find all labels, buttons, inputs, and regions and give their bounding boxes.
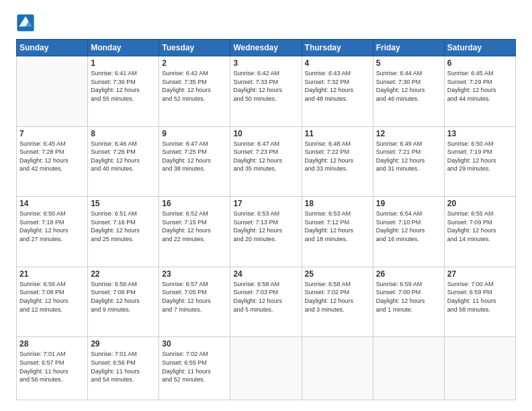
day-number: 12 [376, 129, 441, 138]
logo-icon [16, 13, 35, 32]
day-info: Sunrise: 6:46 AM Sunset: 7:26 PM Dayligh… [91, 140, 156, 173]
day-info: Sunrise: 7:00 AM Sunset: 6:59 PM Dayligh… [447, 280, 513, 314]
day-info: Sunrise: 7:01 AM Sunset: 6:57 PM Dayligh… [19, 350, 85, 383]
day-number: 26 [376, 269, 441, 279]
column-header-friday: Friday [373, 40, 444, 56]
calendar-cell: 16Sunrise: 6:52 AM Sunset: 7:15 PM Dayli… [159, 197, 230, 267]
column-header-saturday: Saturday [444, 40, 515, 56]
day-number: 3 [233, 58, 298, 68]
calendar-cell: 24Sunrise: 6:58 AM Sunset: 7:03 PM Dayli… [230, 267, 302, 337]
calendar-cell: 26Sunrise: 6:59 AM Sunset: 7:00 PM Dayli… [373, 267, 444, 337]
day-number: 30 [162, 339, 227, 349]
day-info: Sunrise: 6:44 AM Sunset: 7:30 PM Dayligh… [376, 69, 441, 103]
day-number: 28 [19, 339, 85, 349]
day-number: 27 [447, 269, 513, 279]
calendar-cell: 10Sunrise: 6:47 AM Sunset: 7:23 PM Dayli… [230, 126, 302, 197]
calendar-week-3: 14Sunrise: 6:50 AM Sunset: 7:18 PM Dayli… [17, 197, 516, 267]
day-number: 19 [376, 199, 441, 208]
calendar-cell: 18Sunrise: 6:53 AM Sunset: 7:12 PM Dayli… [302, 197, 373, 267]
calendar-cell: 23Sunrise: 6:57 AM Sunset: 7:05 PM Dayli… [159, 267, 230, 337]
calendar-week-2: 7Sunrise: 6:45 AM Sunset: 7:28 PM Daylig… [17, 126, 516, 197]
day-number: 23 [162, 269, 227, 279]
day-number: 13 [447, 129, 513, 138]
calendar-cell [302, 337, 373, 400]
day-info: Sunrise: 7:02 AM Sunset: 6:55 PM Dayligh… [162, 350, 227, 383]
day-number: 7 [19, 129, 85, 138]
day-info: Sunrise: 6:48 AM Sunset: 7:22 PM Dayligh… [305, 140, 370, 173]
day-info: Sunrise: 6:41 AM Sunset: 7:36 PM Dayligh… [91, 69, 156, 103]
calendar-cell: 25Sunrise: 6:58 AM Sunset: 7:02 PM Dayli… [302, 267, 373, 337]
day-number: 1 [91, 58, 156, 68]
page: SundayMondayTuesdayWednesdayThursdayFrid… [0, 0, 532, 411]
calendar-cell: 30Sunrise: 7:02 AM Sunset: 6:55 PM Dayli… [159, 337, 230, 400]
day-info: Sunrise: 6:52 AM Sunset: 7:15 PM Dayligh… [162, 210, 227, 243]
calendar-cell: 8Sunrise: 6:46 AM Sunset: 7:26 PM Daylig… [88, 126, 159, 197]
calendar-cell [444, 337, 515, 400]
calendar-week-5: 28Sunrise: 7:01 AM Sunset: 6:57 PM Dayli… [17, 337, 516, 400]
calendar-cell: 28Sunrise: 7:01 AM Sunset: 6:57 PM Dayli… [17, 337, 88, 400]
day-number: 14 [19, 199, 85, 208]
day-info: Sunrise: 6:42 AM Sunset: 7:35 PM Dayligh… [162, 69, 227, 103]
calendar-cell: 6Sunrise: 6:45 AM Sunset: 7:29 PM Daylig… [444, 56, 515, 127]
day-info: Sunrise: 6:47 AM Sunset: 7:23 PM Dayligh… [233, 140, 298, 173]
calendar-header-row: SundayMondayTuesdayWednesdayThursdayFrid… [17, 40, 516, 56]
day-number: 11 [305, 129, 370, 138]
calendar-cell [230, 337, 302, 400]
calendar-cell: 27Sunrise: 7:00 AM Sunset: 6:59 PM Dayli… [444, 267, 515, 337]
header [16, 13, 516, 32]
day-info: Sunrise: 6:53 AM Sunset: 7:13 PM Dayligh… [233, 210, 298, 243]
calendar-table: SundayMondayTuesdayWednesdayThursdayFrid… [16, 39, 516, 400]
calendar-cell: 14Sunrise: 6:50 AM Sunset: 7:18 PM Dayli… [17, 197, 88, 267]
column-header-sunday: Sunday [17, 40, 88, 56]
day-number: 24 [233, 269, 298, 279]
day-info: Sunrise: 6:53 AM Sunset: 7:12 PM Dayligh… [305, 210, 370, 243]
day-info: Sunrise: 6:59 AM Sunset: 7:00 PM Dayligh… [376, 280, 441, 314]
day-info: Sunrise: 6:55 AM Sunset: 7:09 PM Dayligh… [447, 210, 513, 243]
day-info: Sunrise: 6:42 AM Sunset: 7:33 PM Dayligh… [233, 69, 298, 103]
day-info: Sunrise: 6:56 AM Sunset: 7:08 PM Dayligh… [19, 280, 85, 314]
calendar-cell [373, 337, 444, 400]
calendar-cell: 29Sunrise: 7:01 AM Sunset: 6:56 PM Dayli… [88, 337, 159, 400]
calendar-cell: 11Sunrise: 6:48 AM Sunset: 7:22 PM Dayli… [302, 126, 373, 197]
day-info: Sunrise: 6:58 AM Sunset: 7:03 PM Dayligh… [233, 280, 298, 314]
column-header-thursday: Thursday [302, 40, 373, 56]
day-info: Sunrise: 6:58 AM Sunset: 7:02 PM Dayligh… [305, 280, 370, 314]
calendar-cell: 7Sunrise: 6:45 AM Sunset: 7:28 PM Daylig… [17, 126, 88, 197]
day-info: Sunrise: 6:54 AM Sunset: 7:10 PM Dayligh… [376, 210, 441, 243]
calendar-cell: 17Sunrise: 6:53 AM Sunset: 7:13 PM Dayli… [230, 197, 302, 267]
day-info: Sunrise: 6:49 AM Sunset: 7:21 PM Dayligh… [376, 140, 441, 173]
day-info: Sunrise: 6:43 AM Sunset: 7:32 PM Dayligh… [305, 69, 370, 103]
day-number: 20 [447, 199, 513, 208]
calendar-cell: 22Sunrise: 6:56 AM Sunset: 7:06 PM Dayli… [88, 267, 159, 337]
day-number: 6 [447, 58, 513, 68]
day-number: 22 [91, 269, 156, 279]
calendar-cell: 9Sunrise: 6:47 AM Sunset: 7:25 PM Daylig… [159, 126, 230, 197]
calendar-cell: 20Sunrise: 6:55 AM Sunset: 7:09 PM Dayli… [444, 197, 515, 267]
calendar-cell: 12Sunrise: 6:49 AM Sunset: 7:21 PM Dayli… [373, 126, 444, 197]
day-info: Sunrise: 6:57 AM Sunset: 7:05 PM Dayligh… [162, 280, 227, 314]
column-header-tuesday: Tuesday [159, 40, 230, 56]
day-info: Sunrise: 6:56 AM Sunset: 7:06 PM Dayligh… [91, 280, 156, 314]
logo [16, 13, 38, 32]
calendar-week-4: 21Sunrise: 6:56 AM Sunset: 7:08 PM Dayli… [17, 267, 516, 337]
day-number: 18 [305, 199, 370, 208]
day-number: 2 [162, 58, 227, 68]
day-info: Sunrise: 6:50 AM Sunset: 7:19 PM Dayligh… [447, 140, 513, 173]
calendar-cell: 5Sunrise: 6:44 AM Sunset: 7:30 PM Daylig… [373, 56, 444, 127]
calendar-cell: 19Sunrise: 6:54 AM Sunset: 7:10 PM Dayli… [373, 197, 444, 267]
day-number: 5 [376, 58, 441, 68]
day-number: 21 [19, 269, 85, 279]
calendar-cell: 15Sunrise: 6:51 AM Sunset: 7:16 PM Dayli… [88, 197, 159, 267]
calendar-cell: 3Sunrise: 6:42 AM Sunset: 7:33 PM Daylig… [230, 56, 302, 127]
calendar-week-1: 1Sunrise: 6:41 AM Sunset: 7:36 PM Daylig… [17, 56, 516, 127]
day-info: Sunrise: 6:45 AM Sunset: 7:28 PM Dayligh… [19, 140, 85, 173]
day-number: 16 [162, 199, 227, 208]
day-info: Sunrise: 6:51 AM Sunset: 7:16 PM Dayligh… [91, 210, 156, 243]
calendar-cell [17, 56, 88, 127]
day-number: 17 [233, 199, 298, 208]
calendar-cell: 13Sunrise: 6:50 AM Sunset: 7:19 PM Dayli… [444, 126, 515, 197]
calendar-cell: 1Sunrise: 6:41 AM Sunset: 7:36 PM Daylig… [88, 56, 159, 127]
calendar-cell: 4Sunrise: 6:43 AM Sunset: 7:32 PM Daylig… [302, 56, 373, 127]
day-number: 15 [91, 199, 156, 208]
day-number: 29 [91, 339, 156, 349]
